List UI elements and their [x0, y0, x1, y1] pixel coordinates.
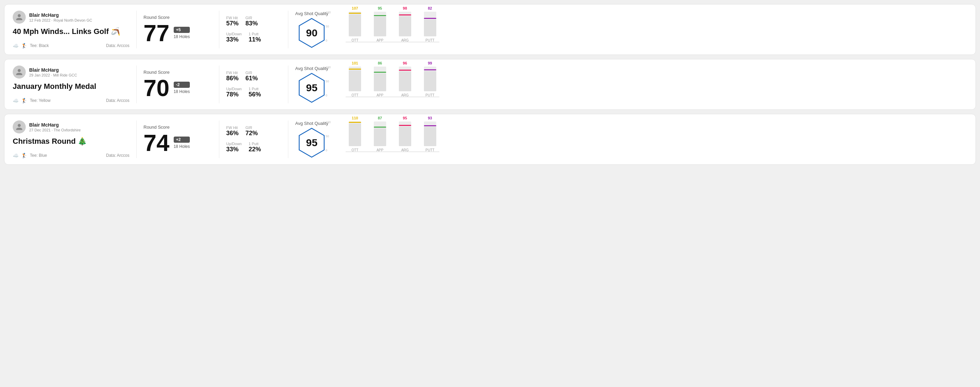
bar-group-arg: 96 ARG: [395, 61, 414, 97]
bar-wrapper-putt: [424, 121, 436, 146]
data-source-1: Data: Arccos: [106, 43, 129, 48]
fw-hit-label-2: FW Hit: [226, 71, 239, 75]
hexagon-1: 90: [296, 17, 327, 48]
gir-1: GIR 83%: [245, 16, 258, 27]
flag-icon-1: 🏌️: [21, 43, 27, 48]
score-badge-3: +2: [174, 136, 190, 143]
player-name-3: Blair McHarg: [29, 122, 81, 128]
quality-label-1: Avg Shot Quality: [295, 11, 328, 16]
card-stats-1: FW Hit 57% GIR 83% Up/Down 33% 1 Putt 11…: [226, 11, 281, 48]
bar-fill-putt: [424, 71, 436, 91]
bar-value-app: 95: [378, 6, 382, 10]
bar-value-app: 86: [378, 61, 382, 65]
updown-value-1: 33%: [226, 36, 242, 43]
bar-wrapper-putt: [424, 12, 436, 36]
bar-value-ott: 101: [352, 61, 358, 65]
quality-left-1: Avg Shot Quality 90: [295, 11, 328, 48]
stat-group-top-1: FW Hit 57% GIR 83%: [226, 16, 281, 27]
oneputt-1: 1 Putt 11%: [248, 32, 261, 43]
divider-1-2: [136, 65, 137, 103]
round-score-label-2: Round Score: [143, 70, 212, 75]
fw-hit-label-3: FW Hit: [226, 125, 239, 130]
oneputt-3: 1 Putt 22%: [248, 142, 261, 153]
player-text-2: Blair McHarg 29 Jan 2022 · Mill Ride GCC: [29, 67, 77, 77]
player-info-1: Blair McHarg 12 Feb 2022 · Royal North D…: [13, 11, 129, 24]
card-quality-1: Avg Shot Quality 90 100 50 0 107: [295, 11, 439, 48]
card-score-3: Round Score 74 +2 18 Holes: [143, 121, 212, 158]
bar-group-app: 86 APP: [371, 61, 389, 97]
flag-icon-2: 🏌️: [21, 98, 27, 103]
player-name-2: Blair McHarg: [29, 67, 77, 73]
bar-group-ott: 101 OTT: [346, 61, 364, 97]
bar-fill-ott: [349, 124, 361, 146]
score-badge-1: +5: [174, 27, 190, 33]
card-footer-1: ☁️ 🏌️ Tee: Black Data: Arccos: [13, 43, 129, 48]
chart-area-3: 100 50 0 110 OTT 87 APP: [336, 121, 439, 158]
bar-fill-app: [374, 17, 386, 36]
divider-3-3: [288, 121, 288, 158]
stat-group-bot-3: Up/Down 33% 1 Putt 22%: [226, 142, 281, 153]
stat-group-bot-1: Up/Down 33% 1 Putt 11%: [226, 32, 281, 43]
bar-wrapper-app: [374, 67, 386, 91]
score-big-1: 77: [143, 21, 170, 44]
person-icon: [16, 68, 23, 76]
divider-3-2: [288, 65, 288, 103]
bar-wrapper-ott: [349, 121, 361, 146]
bar-group-ott: 110 OTT: [346, 116, 364, 152]
score-detail-2: -2 18 Holes: [174, 82, 190, 94]
bar-value-putt: 99: [428, 61, 432, 65]
quality-left-3: Avg Shot Quality 95: [295, 121, 328, 158]
updown-label-1: Up/Down: [226, 32, 242, 36]
player-meta-1: 12 Feb 2022 · Royal North Devon GC: [29, 18, 92, 22]
tee-label-2: Tee: Yellow: [30, 98, 51, 103]
score-row-1: 77 +5 18 Holes: [143, 21, 212, 44]
card-left-3: Blair McHarg 27 Dec 2021 · The Oxfordshi…: [13, 121, 129, 158]
round-score-label-3: Round Score: [143, 125, 212, 130]
divider-3-1: [288, 11, 288, 48]
round-title-3: Christmas Round 🎄: [13, 137, 129, 146]
bar-wrapper-ott: [349, 12, 361, 36]
updown-label-3: Up/Down: [226, 142, 242, 146]
card-stats-3: FW Hit 36% GIR 72% Up/Down 33% 1 Putt 22…: [226, 121, 281, 158]
score-detail-3: +2 18 Holes: [174, 136, 190, 149]
card-stats-2: FW Hit 86% GIR 61% Up/Down 78% 1 Putt 56…: [226, 65, 281, 103]
bar-group-putt: 93 PUTT: [420, 116, 439, 152]
bar-fill-putt: [424, 19, 436, 36]
updown-3: Up/Down 33%: [226, 142, 242, 153]
updown-value-3: 33%: [226, 146, 242, 153]
tee-info-1: ☁️ 🏌️ Tee: Black: [13, 43, 49, 48]
card-footer-2: ☁️ 🏌️ Tee: Yellow Data: Arccos: [13, 98, 129, 103]
card-quality-2: Avg Shot Quality 95 100 50 0 101: [295, 65, 439, 103]
divider-2-3: [219, 121, 220, 158]
oneputt-value-3: 22%: [248, 146, 261, 153]
person-icon: [16, 13, 23, 21]
score-big-2: 70: [143, 76, 170, 100]
oneputt-2: 1 Putt 56%: [248, 87, 261, 98]
hexagon-score-1: 90: [306, 27, 318, 39]
quality-left-2: Avg Shot Quality 95: [295, 66, 328, 103]
flag-icon-3: 🏌️: [21, 153, 27, 158]
bar-wrapper-app: [374, 121, 386, 146]
bar-value-putt: 82: [428, 6, 432, 10]
hexagon-score-2: 95: [306, 82, 318, 94]
gir-label-3: GIR: [245, 125, 258, 130]
quality-label-2: Avg Shot Quality: [295, 66, 328, 71]
fw-hit-value-2: 86%: [226, 75, 239, 82]
tee-info-2: ☁️ 🏌️ Tee: Yellow: [13, 98, 51, 103]
person-icon: [16, 123, 23, 131]
hexagon-2: 95: [296, 72, 327, 103]
bar-fill-arg: [399, 127, 411, 146]
fw-hit-2: FW Hit 86%: [226, 71, 239, 82]
tee-label-3: Tee: Blue: [30, 153, 47, 158]
card-quality-3: Avg Shot Quality 95 100 50 0 110: [295, 121, 439, 158]
player-meta-3: 27 Dec 2021 · The Oxfordshire: [29, 128, 81, 132]
tee-label-1: Tee: Black: [30, 43, 49, 48]
score-holes-2: 18 Holes: [174, 89, 190, 94]
fw-hit-3: FW Hit 36%: [226, 125, 239, 137]
round-title-1: 40 Mph Winds... Links Golf 🪃: [13, 27, 129, 36]
gir-3: GIR 72%: [245, 125, 258, 137]
round-card-3: Blair McHarg 27 Dec 2021 · The Oxfordshi…: [4, 114, 976, 165]
player-info-2: Blair McHarg 29 Jan 2022 · Mill Ride GCC: [13, 65, 129, 79]
bar-fill-app: [374, 128, 386, 146]
oneputt-label-3: 1 Putt: [248, 142, 261, 146]
